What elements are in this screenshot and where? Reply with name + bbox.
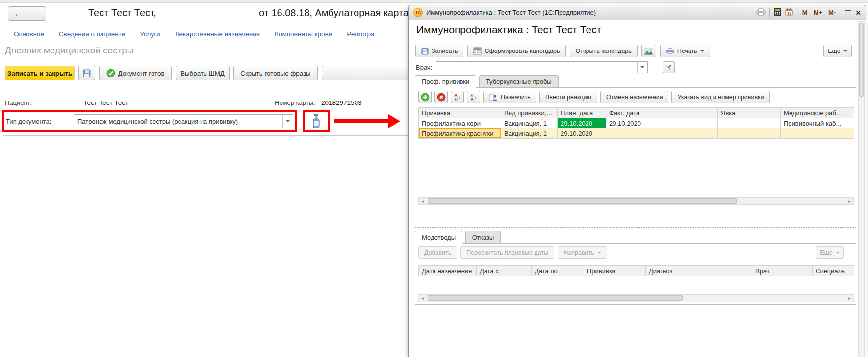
add-exemption-button[interactable]: Добавить [418, 246, 457, 259]
nav-link-registry[interactable]: Регистра [347, 30, 374, 38]
back-button[interactable]: ← [8, 7, 27, 20]
column-header-date-from[interactable]: Дата с [477, 266, 532, 276]
recalc-plan-dates-button[interactable]: Пересчитать плановые даты [460, 246, 554, 259]
cell-med-worker[interactable] [781, 128, 854, 139]
delete-row-button[interactable] [434, 91, 448, 103]
memory-plus-button[interactable]: M+ [813, 9, 823, 16]
splitter-handle[interactable] [415, 227, 856, 228]
page-title: Дневник медицинской сестры [5, 45, 134, 56]
history-nav: ← → [8, 6, 46, 21]
vial-icon [309, 113, 323, 129]
tab-tuberculin-tests[interactable]: Туберкулезные пробы [479, 75, 559, 88]
patient-title: Тест Тест Тест, [88, 7, 156, 19]
memory-button[interactable]: M [801, 9, 809, 16]
scroll-right-icon[interactable]: ► [846, 295, 853, 302]
tab-refusals[interactable]: Отказы [465, 231, 501, 244]
nav-link-services[interactable]: Услуги [140, 30, 160, 38]
select-shmd-button[interactable]: Выбрать ШМД [176, 66, 230, 80]
hide-phrases-button[interactable]: Скрыть готовые фразы [233, 66, 318, 80]
onec-logo: 1С [413, 8, 423, 17]
save-button[interactable] [78, 66, 95, 80]
partial-button[interactable] [322, 66, 420, 80]
column-header-diagnosis[interactable]: Диагноз [646, 266, 752, 276]
cell-med-worker[interactable]: Прививочный каб... [781, 118, 854, 128]
cell-fact-date[interactable]: 29.10.2020 [606, 118, 718, 128]
column-header-specialty[interactable]: Специаль [813, 266, 854, 276]
scrollbar-thumb[interactable] [859, 23, 864, 97]
cancel-assignment-button[interactable]: Отмена назначения [600, 91, 668, 103]
med-exemptions-hscrollbar[interactable]: ◄ ► [418, 294, 854, 302]
column-header-plan-date[interactable]: План. дата [558, 108, 606, 118]
cell-kind[interactable]: Вакцинация, 1 [501, 118, 558, 128]
nav-link-main[interactable]: Основное [14, 30, 44, 38]
assign-button[interactable]: Назначить [483, 91, 536, 103]
maximize-icon[interactable] [845, 10, 851, 15]
chevron-down-icon [597, 252, 601, 254]
chevron-down-icon [836, 252, 840, 254]
card-number-value: 20182971503 [321, 99, 362, 106]
cell-kind[interactable]: Вакцинация, 1 [501, 128, 558, 139]
nav-link-blood-components[interactable]: Компоненты крови [275, 30, 332, 38]
nav-link-prescriptions[interactable]: Лекарственные назначения [175, 30, 260, 38]
print-button[interactable]: Печать [660, 45, 710, 57]
dialog-vscrollbar[interactable] [858, 21, 865, 357]
print-title-button[interactable] [756, 8, 766, 17]
cell-attendance[interactable] [718, 128, 781, 139]
add-row-button[interactable] [418, 91, 432, 103]
sort-desc-button[interactable]: ЯА↓ [467, 91, 480, 103]
calculator-button[interactable] [774, 8, 781, 18]
column-header-date-to[interactable]: Дата по [532, 266, 584, 276]
open-calendar-button[interactable]: Открыть календарь [570, 45, 638, 57]
back-icon: ← [14, 9, 21, 18]
specify-kind-number-button[interactable]: Указать вид и номер прививки [671, 91, 769, 103]
image-button[interactable] [641, 45, 656, 57]
column-header-assign-date[interactable]: Дата назначения [419, 266, 477, 276]
titlebar-separator [797, 8, 797, 17]
scrollbar-thumb[interactable] [428, 295, 683, 301]
column-header-doctor[interactable]: Врач [752, 266, 813, 276]
column-header-kind-number[interactable]: Вид прививки, Номер [501, 108, 558, 118]
more-button-top[interactable]: Еще [823, 45, 852, 57]
printer-icon [666, 48, 674, 54]
scroll-right-icon[interactable]: ► [846, 198, 853, 204]
memory-minus-button[interactable]: M- [827, 9, 837, 16]
write-button[interactable]: Записать [415, 45, 463, 57]
direct-button[interactable]: Направить [558, 246, 607, 259]
enter-reaction-button[interactable]: Ввести реакцию [539, 91, 597, 103]
more-button-bottom[interactable]: Еще [816, 246, 844, 259]
scrollbar-thumb[interactable] [428, 198, 737, 204]
document-ready-button[interactable]: Документ готов [99, 66, 172, 80]
cell-fact-date[interactable] [606, 128, 718, 139]
tab-med-exemptions[interactable]: Медотводы [415, 231, 462, 244]
tab-prof-vaccinations[interactable]: Проф. прививки [415, 75, 476, 88]
calendar-icon: 31 [785, 8, 793, 16]
doctor-input[interactable] [436, 61, 648, 73]
cell-attendance[interactable] [718, 118, 781, 128]
scroll-left-icon[interactable]: ◄ [419, 198, 426, 204]
doctor-open-button[interactable] [663, 61, 675, 73]
forward-button[interactable]: → [27, 7, 46, 20]
nav-link-patient-info[interactable]: Сведения о пациенте [59, 30, 125, 38]
cell-plan-date[interactable]: 29.10.2020 [558, 118, 606, 128]
sort-asc-button[interactable]: АЯ↓ [451, 91, 464, 103]
sort-desc-icon: ЯА↓ [470, 93, 476, 102]
doctor-dropdown-button[interactable] [637, 62, 647, 73]
cell-vaccine[interactable]: Профилактика кори [419, 118, 501, 128]
column-header-vaccines[interactable]: Прививки [584, 266, 646, 276]
cell-plan-date[interactable]: 29.10.2020 [558, 128, 606, 139]
vaccination-hscrollbar[interactable]: ◄ ► [418, 197, 854, 205]
close-icon[interactable]: ✕ [855, 9, 861, 17]
vaccine-vial-button[interactable] [309, 113, 323, 130]
save-and-close-button[interactable]: Записать и закрыть [5, 66, 75, 80]
calendar-button[interactable]: 31 [785, 8, 793, 18]
form-calendar-button[interactable]: Сформировать календарь [467, 45, 565, 57]
cell-vaccine[interactable]: Профилактика краснухи [419, 128, 501, 139]
column-header-vaccine[interactable]: Прививка [419, 108, 501, 118]
scroll-left-icon[interactable]: ◄ [419, 295, 426, 302]
column-header-med-worker[interactable]: Медицинское раб... [781, 108, 854, 118]
column-header-fact-date[interactable]: Факт. дата [606, 108, 718, 118]
column-header-attendance[interactable]: Явка [718, 108, 781, 118]
dialog-titlebar[interactable]: 1С Иммунопрофилактика : Тест Тест Тест (… [409, 5, 866, 20]
bottom-tabs: Медотводы Отказы [415, 231, 502, 244]
document-text-area[interactable] [3, 135, 416, 357]
